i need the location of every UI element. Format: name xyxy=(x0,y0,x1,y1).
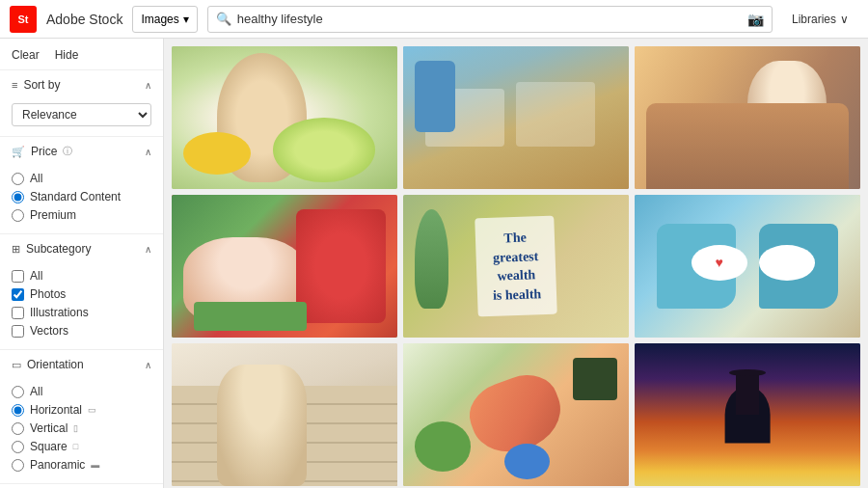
search-icon: 🔍 xyxy=(216,12,231,26)
brand-name: Adobe Stock xyxy=(46,12,122,27)
price-all-option[interactable]: All xyxy=(12,172,151,185)
subcategory-body: All Photos Illustrations Vectors xyxy=(0,263,163,349)
sort-header[interactable]: ≡ Sort by ∧ xyxy=(0,70,163,99)
subcategory-header[interactable]: ⊞ Subcategory ∧ xyxy=(0,234,163,263)
orientation-icon: ▭ xyxy=(12,359,21,371)
image-grid-container: Thegreatestwealthis health ♥ xyxy=(164,39,868,488)
orientation-horizontal-option[interactable]: Horizontal ▭ xyxy=(12,403,151,417)
price-all-radio[interactable] xyxy=(12,173,24,185)
main-layout: Clear Hide ≡ Sort by ∧ Relevance Most Re… xyxy=(0,39,868,488)
price-section: 🛒 Price ⓘ ∧ All Standard Content xyxy=(0,137,163,234)
image-cell-3[interactable] xyxy=(635,46,860,189)
orientation-vertical-radio[interactable] xyxy=(12,422,24,435)
clear-button[interactable]: Clear xyxy=(12,48,40,62)
price-radio-group: All Standard Content Premium xyxy=(12,170,151,224)
subcategory-photos-checkbox[interactable] xyxy=(12,288,24,301)
orientation-section: ▭ Orientation ∧ All Horizontal ▭ xyxy=(0,350,163,484)
orientation-body: All Horizontal ▭ Vertical ▯ Square xyxy=(0,379,163,483)
libraries-chevron-icon: ∨ xyxy=(840,13,849,26)
subcategory-photos-option[interactable]: Photos xyxy=(12,287,151,301)
image-cell-8[interactable] xyxy=(403,343,629,486)
image-type-dropdown[interactable]: Images ▾ xyxy=(132,6,197,33)
camera-icon[interactable]: 📷 xyxy=(747,12,764,27)
price-icon: 🛒 xyxy=(12,146,25,158)
price-body: All Standard Content Premium xyxy=(0,166,163,233)
subcategory-illustrations-checkbox[interactable] xyxy=(12,307,24,319)
sort-body: Relevance Most Recent Most Popular xyxy=(0,99,163,136)
libraries-button[interactable]: Libraries ∨ xyxy=(782,9,858,30)
subcategory-chevron-icon: ∧ xyxy=(145,244,151,255)
sort-label: Sort by xyxy=(23,78,60,92)
subcategory-vectors-option[interactable]: Vectors xyxy=(12,324,151,338)
sort-icon: ≡ xyxy=(12,79,17,91)
price-info-icon: ⓘ xyxy=(63,145,72,158)
orientation-square-radio[interactable] xyxy=(12,441,24,453)
image-cell-4[interactable] xyxy=(172,195,397,338)
subcategory-icon: ⊞ xyxy=(12,243,20,256)
orientation-square-option[interactable]: Square □ xyxy=(12,440,151,453)
libraries-label: Libraries xyxy=(792,13,836,26)
panoramic-icon: ▬ xyxy=(91,460,99,470)
orientation-label: Orientation xyxy=(27,358,84,371)
image-grid: Thegreatestwealthis health ♥ xyxy=(172,46,860,486)
orientation-all-radio[interactable] xyxy=(12,386,24,398)
subcategory-all-option[interactable]: All xyxy=(12,269,151,283)
adobe-logo: St xyxy=(10,6,37,33)
subcategory-section: ⊞ Subcategory ∧ All Photos xyxy=(0,234,163,350)
subcategory-vectors-checkbox[interactable] xyxy=(12,325,24,338)
image-cell-6[interactable]: ♥ xyxy=(635,195,860,338)
image-type-label: Images xyxy=(141,13,178,26)
price-header[interactable]: 🛒 Price ⓘ ∧ xyxy=(0,137,163,166)
search-input[interactable] xyxy=(237,12,742,26)
price-premium-radio[interactable] xyxy=(12,209,24,222)
square-icon: □ xyxy=(73,442,78,451)
orientation-panoramic-option[interactable]: Panoramic ▬ xyxy=(12,458,151,472)
image-cell-1[interactable] xyxy=(172,46,397,189)
subcategory-all-checkbox[interactable] xyxy=(12,270,24,283)
image-cell-9[interactable] xyxy=(635,343,860,486)
chevron-down-icon: ▾ xyxy=(183,13,189,26)
vertical-icon: ▯ xyxy=(73,423,78,433)
sort-chevron-icon: ∧ xyxy=(145,80,151,91)
search-bar: 🔍 📷 xyxy=(207,6,773,33)
orientation-vertical-option[interactable]: Vertical ▯ xyxy=(12,421,151,435)
orientation-radio-group: All Horizontal ▭ Vertical ▯ Square xyxy=(12,383,151,474)
subcategory-label: Subcategory xyxy=(26,242,91,256)
sort-section: ≡ Sort by ∧ Relevance Most Recent Most P… xyxy=(0,70,163,137)
orientation-horizontal-radio[interactable] xyxy=(12,404,24,417)
sort-select[interactable]: Relevance Most Recent Most Popular xyxy=(12,103,151,126)
price-premium-option[interactable]: Premium xyxy=(12,208,151,222)
image-cell-7[interactable] xyxy=(172,343,397,486)
image-cell-2[interactable] xyxy=(403,46,629,189)
price-chevron-icon: ∧ xyxy=(145,147,151,157)
subcategory-illustrations-option[interactable]: Illustrations xyxy=(12,306,151,319)
sidebar-actions: Clear Hide xyxy=(0,39,163,70)
app-header: St Adobe Stock Images ▾ 🔍 📷 Libraries ∨ xyxy=(0,0,868,39)
image-cell-5[interactable]: Thegreatestwealthis health xyxy=(403,195,629,338)
orientation-header[interactable]: ▭ Orientation ∧ xyxy=(0,350,163,379)
orientation-chevron-icon: ∧ xyxy=(145,360,151,370)
sidebar: Clear Hide ≡ Sort by ∧ Relevance Most Re… xyxy=(0,39,164,488)
orientation-panoramic-radio[interactable] xyxy=(12,459,24,472)
price-standard-radio[interactable] xyxy=(12,191,24,203)
price-standard-option[interactable]: Standard Content xyxy=(12,190,151,203)
subcategory-radio-group: All Photos Illustrations Vectors xyxy=(12,267,151,339)
hide-button[interactable]: Hide xyxy=(55,48,79,62)
price-label: Price xyxy=(31,145,57,158)
horizontal-icon: ▭ xyxy=(88,405,96,415)
orientation-all-option[interactable]: All xyxy=(12,385,151,398)
